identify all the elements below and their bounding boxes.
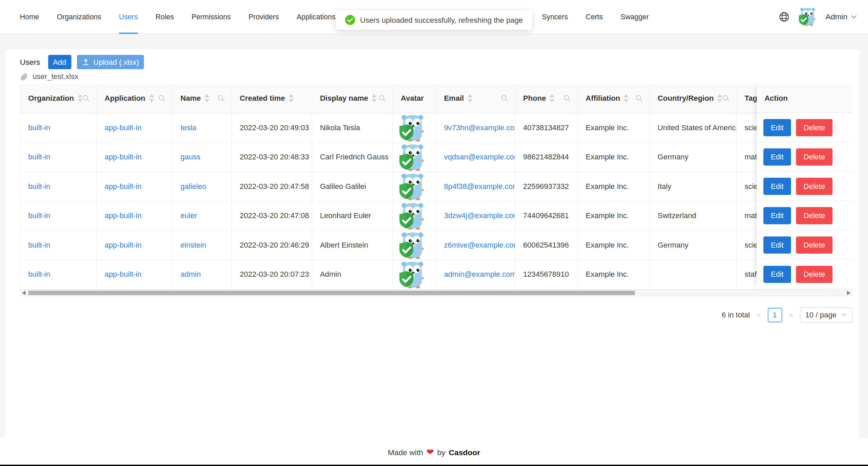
edit-button[interactable]: Edit bbox=[763, 266, 791, 283]
nav-item-home[interactable]: Home bbox=[11, 0, 48, 33]
application-link[interactable]: app-built-in bbox=[105, 153, 142, 161]
sort-icon[interactable] bbox=[149, 94, 154, 102]
upload-xlsx-button[interactable]: Upload (.xlsx) bbox=[77, 55, 144, 69]
sort-icon[interactable] bbox=[204, 94, 210, 102]
scroll-left-arrow[interactable] bbox=[20, 290, 27, 295]
application-link[interactable]: app-built-in bbox=[105, 212, 142, 220]
organization-link[interactable]: built-in bbox=[28, 153, 50, 161]
user-name-link[interactable]: euler bbox=[180, 212, 197, 220]
search-icon[interactable] bbox=[635, 95, 643, 102]
nav-item-organizations[interactable]: Organizations bbox=[48, 0, 110, 33]
action-row: Edit Delete bbox=[757, 260, 852, 289]
search-icon[interactable] bbox=[158, 95, 165, 102]
search-icon[interactable] bbox=[501, 95, 508, 102]
organization-link[interactable]: built-in bbox=[28, 241, 50, 249]
edit-button[interactable]: Edit bbox=[763, 236, 791, 253]
nav-item-roles[interactable]: Roles bbox=[146, 0, 183, 33]
uploaded-file-name[interactable]: user_test.xlsx bbox=[33, 72, 78, 80]
next-page-button[interactable]: > bbox=[787, 310, 795, 319]
nav-item-certs[interactable]: Certs bbox=[577, 0, 612, 33]
user-avatar[interactable] bbox=[798, 7, 817, 26]
email-link[interactable]: z6mive@example.com bbox=[444, 241, 515, 249]
user-name-link[interactable]: einstein bbox=[180, 241, 206, 249]
action-row: Edit Delete bbox=[757, 113, 852, 142]
country-cell: United States of America bbox=[650, 113, 736, 142]
email-link[interactable]: admin@example.com bbox=[444, 270, 515, 278]
prev-page-button[interactable]: < bbox=[755, 310, 763, 319]
column-header-display-name[interactable]: Display name bbox=[312, 84, 393, 113]
column-header-application[interactable]: Application bbox=[97, 84, 173, 113]
table-row: built-in app-built-in galieleo 2022-03-2… bbox=[20, 172, 831, 201]
nav-item-swagger[interactable]: Swagger bbox=[612, 0, 658, 33]
sort-icon[interactable] bbox=[549, 94, 555, 102]
sort-icon[interactable] bbox=[372, 94, 377, 102]
page-number[interactable]: 1 bbox=[768, 308, 782, 322]
column-header-affiliation[interactable]: Affiliation bbox=[578, 84, 650, 113]
sort-icon[interactable] bbox=[717, 94, 723, 102]
footer-brand-link[interactable]: Casdoor bbox=[449, 448, 480, 457]
table-row: built-in app-built-in admin 2022-03-20 2… bbox=[20, 260, 831, 289]
nav-item-permissions[interactable]: Permissions bbox=[183, 0, 240, 33]
sort-icon[interactable] bbox=[288, 94, 294, 102]
user-avatar bbox=[399, 114, 427, 142]
column-header-country-region[interactable]: Country/Region bbox=[650, 84, 736, 113]
search-icon[interactable] bbox=[218, 95, 225, 102]
column-header-name[interactable]: Name bbox=[173, 84, 232, 113]
phone-cell: 22596937332 bbox=[515, 172, 577, 201]
column-label: Phone bbox=[523, 94, 546, 102]
application-link[interactable]: app-built-in bbox=[105, 270, 142, 278]
email-link[interactable]: vqdsan@example.com bbox=[444, 153, 515, 161]
sort-icon[interactable] bbox=[467, 94, 473, 102]
user-name-link[interactable]: gauss bbox=[180, 153, 200, 161]
organization-link[interactable]: built-in bbox=[28, 270, 50, 278]
user-name-link[interactable]: tesla bbox=[180, 123, 196, 132]
search-icon[interactable] bbox=[379, 95, 386, 102]
user-menu[interactable]: Admin bbox=[826, 12, 857, 21]
sort-icon[interactable] bbox=[624, 94, 629, 102]
add-user-button[interactable]: Add bbox=[48, 55, 71, 69]
email-link[interactable]: 9v73hn@example.com bbox=[444, 123, 515, 132]
organization-link[interactable]: built-in bbox=[28, 182, 50, 190]
delete-button[interactable]: Delete bbox=[796, 148, 833, 166]
phone-cell: 40738134827 bbox=[515, 113, 577, 142]
scroll-right-arrow[interactable] bbox=[845, 290, 852, 295]
scrollbar-thumb[interactable] bbox=[28, 290, 635, 295]
delete-button[interactable]: Delete bbox=[796, 177, 833, 195]
nav-item-syncers[interactable]: Syncers bbox=[533, 0, 577, 33]
edit-button[interactable]: Edit bbox=[763, 207, 791, 224]
column-header-email[interactable]: Email bbox=[436, 84, 515, 113]
country-cell bbox=[650, 260, 736, 289]
delete-button[interactable]: Delete bbox=[796, 266, 833, 283]
edit-button[interactable]: Edit bbox=[763, 177, 791, 195]
action-row: Edit Delete bbox=[757, 172, 852, 201]
organization-link[interactable]: built-in bbox=[28, 212, 50, 220]
search-icon[interactable] bbox=[723, 95, 730, 102]
horizontal-scrollbar[interactable] bbox=[20, 289, 853, 296]
column-header-organization[interactable]: Organization bbox=[20, 84, 97, 113]
search-icon[interactable] bbox=[82, 95, 90, 102]
search-icon[interactable] bbox=[564, 95, 571, 102]
page-size-select[interactable]: 10 / page bbox=[800, 307, 853, 323]
application-link[interactable]: app-built-in bbox=[105, 123, 142, 132]
email-link[interactable]: 3dzw4j@example.com bbox=[444, 212, 515, 220]
user-avatar bbox=[399, 143, 427, 171]
action-row: Edit Delete bbox=[757, 201, 852, 231]
delete-button[interactable]: Delete bbox=[796, 207, 833, 224]
delete-button[interactable]: Delete bbox=[796, 119, 833, 136]
edit-button[interactable]: Edit bbox=[763, 119, 791, 136]
table-row: built-in app-built-in gauss 2022-03-20 2… bbox=[20, 142, 831, 172]
edit-button[interactable]: Edit bbox=[763, 148, 791, 166]
application-link[interactable]: app-built-in bbox=[105, 182, 142, 190]
column-header-created-time[interactable]: Created time bbox=[232, 84, 312, 113]
user-name-link[interactable]: galieleo bbox=[180, 182, 206, 190]
application-link[interactable]: app-built-in bbox=[105, 241, 142, 249]
sort-icon[interactable] bbox=[77, 94, 82, 102]
delete-button[interactable]: Delete bbox=[796, 236, 833, 253]
language-globe-icon[interactable] bbox=[778, 11, 790, 22]
user-name-link[interactable]: admin bbox=[180, 270, 201, 278]
email-link[interactable]: 8p4f38@example.com bbox=[444, 182, 515, 190]
nav-item-users[interactable]: Users bbox=[110, 0, 147, 33]
column-header-phone[interactable]: Phone bbox=[515, 84, 577, 113]
nav-item-providers[interactable]: Providers bbox=[240, 0, 288, 33]
organization-link[interactable]: built-in bbox=[28, 123, 50, 132]
